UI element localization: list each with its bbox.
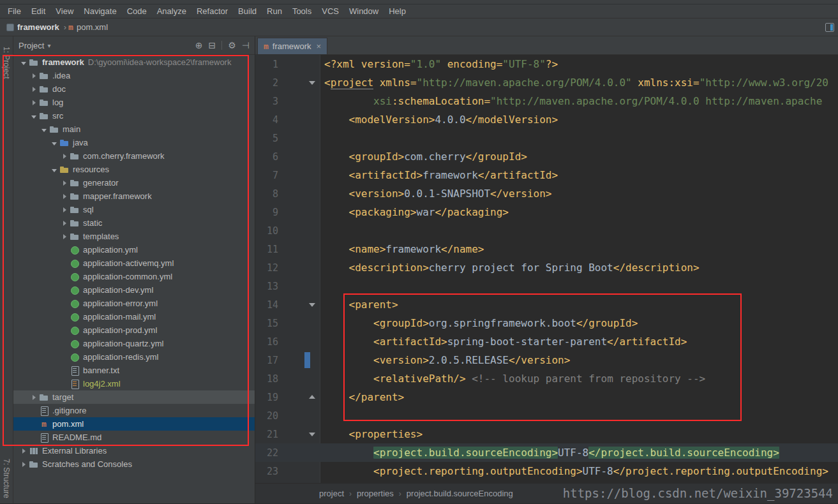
code-line-3[interactable]: 3 xsi:schemaLocation="http://maven.apach… xyxy=(255,92,838,110)
chevron-right-icon[interactable] xyxy=(29,98,39,108)
tree-item-idea[interactable]: .idea xyxy=(13,69,255,82)
chevron-right-icon[interactable] xyxy=(59,151,70,161)
code-line-22[interactable]: 22 <project.build.sourceEncoding>UTF-8</… xyxy=(255,443,838,462)
code-line-8[interactable]: 8 <version>0.0.1-SNAPSHOT</version> xyxy=(255,184,838,203)
menu-run[interactable]: Run xyxy=(262,5,287,17)
chevron-right-icon[interactable] xyxy=(19,446,29,456)
fold-collapse-icon[interactable] xyxy=(308,425,317,443)
settings-icon[interactable]: ⚙ xyxy=(228,40,236,50)
tree-item-static[interactable]: static xyxy=(13,216,255,230)
close-icon[interactable]: × xyxy=(317,41,322,51)
chevron-down-icon[interactable] xyxy=(19,57,29,68)
fold-collapse-icon[interactable] xyxy=(308,295,317,314)
tree-item-readme-md[interactable]: README.md xyxy=(13,431,255,444)
code-line-17[interactable]: 17 <version>2.0.5.RELEASE</version> xyxy=(255,351,838,369)
tree-item-application-yml[interactable]: application.yml xyxy=(13,243,255,256)
code-line-10[interactable]: 10 xyxy=(255,221,838,240)
project-panel-title[interactable]: Project xyxy=(19,41,44,50)
tree-item-gitignore[interactable]: .gitignore xyxy=(13,404,255,417)
chevron-right-icon[interactable] xyxy=(59,232,70,242)
code-line-12[interactable]: 12 <description>cherry project for Sprin… xyxy=(255,258,838,277)
menu-view[interactable]: View xyxy=(50,5,79,17)
tree-item-framework[interactable]: frameworkD:\gyoomi\idea-workspace2\frame… xyxy=(13,56,255,69)
tree-item-sql[interactable]: sql xyxy=(13,203,255,216)
chevron-right-icon[interactable] xyxy=(19,459,29,470)
menu-vcs[interactable]: VCS xyxy=(317,5,344,17)
code-line-2[interactable]: 2<project xmlns="http://maven.apache.org… xyxy=(255,73,838,92)
menu-analyze[interactable]: Analyze xyxy=(152,5,191,17)
breadcrumb-project-build-sourceencoding[interactable]: project.build.sourceEncoding xyxy=(407,489,513,498)
code-line-23[interactable]: 23 <project.reporting.outputEncoding>UTF… xyxy=(255,462,838,480)
tree-item-templates[interactable]: templates xyxy=(13,230,255,243)
tree-item-doc[interactable]: doc xyxy=(13,82,255,96)
code-line-18[interactable]: 18 <relativePath/> <!-- lookup parent fr… xyxy=(255,369,838,388)
chevron-right-icon[interactable] xyxy=(59,178,70,188)
tree-item-resources[interactable]: resources xyxy=(13,163,255,176)
tree-item-generator[interactable]: generator xyxy=(13,176,255,189)
tree-item-application-prod-yml[interactable]: application-prod.yml xyxy=(13,323,255,337)
code-line-15[interactable]: 15 <groupId>org.springframework.boot</gr… xyxy=(255,314,838,332)
tree-item-external-libraries[interactable]: External Libraries xyxy=(13,444,255,457)
tree-item-main[interactable]: main xyxy=(13,122,255,136)
hide-panel-icon[interactable]: ⊣ xyxy=(242,40,250,50)
menu-build[interactable]: Build xyxy=(233,5,262,17)
tree-item-log[interactable]: log xyxy=(13,96,255,109)
fold-end-icon[interactable] xyxy=(308,388,317,406)
code-line-9[interactable]: 9 <packaging>war</packaging> xyxy=(255,203,838,221)
menu-refactor[interactable]: Refactor xyxy=(191,5,233,17)
right-panel-icon[interactable] xyxy=(825,23,834,32)
menu-window[interactable]: Window xyxy=(344,5,384,17)
code-line-11[interactable]: 11 <name>framework</name> xyxy=(255,240,838,258)
code-line-14[interactable]: 14 <parent> xyxy=(255,295,838,314)
chevron-right-icon[interactable] xyxy=(59,205,70,215)
code-line-16[interactable]: 16 <artifactId>spring-boot-starter-paren… xyxy=(255,332,838,351)
collapse-all-icon[interactable]: ⊟ xyxy=(209,40,216,50)
editor-tab-framework[interactable]: m framework × xyxy=(257,38,327,54)
menu-code[interactable]: Code xyxy=(122,5,152,17)
tool-stripe-project-button[interactable]: 1: Project xyxy=(2,47,11,79)
chevron-down-icon[interactable] xyxy=(49,138,59,148)
tree-item-application-redis-yml[interactable]: application-redis.yml xyxy=(13,350,255,364)
code-line-5[interactable]: 5 xyxy=(255,129,838,147)
chevron-down-icon[interactable] xyxy=(49,165,59,175)
code-line-1[interactable]: 1<?xml version="1.0" encoding="UTF-8"?> xyxy=(255,55,838,73)
breadcrumb-file[interactable]: pom.xml xyxy=(77,22,108,32)
tree-item-src[interactable]: src xyxy=(13,109,255,122)
chevron-right-icon[interactable] xyxy=(29,84,39,94)
fold-collapse-icon[interactable] xyxy=(308,73,317,92)
code-line-19[interactable]: 19 </parent> xyxy=(255,388,838,406)
code-line-7[interactable]: 7 <artifactId>framework</artifactId> xyxy=(255,166,838,184)
chevron-right-icon[interactable] xyxy=(59,218,70,228)
tree-item-log4j2-xml[interactable]: log4j2.xml xyxy=(13,377,255,390)
tree-item-application-activemq-yml[interactable]: application-activemq.yml xyxy=(13,256,255,270)
chevron-down-icon[interactable] xyxy=(39,124,49,135)
tree-item-application-common-yml[interactable]: application-common.yml xyxy=(13,270,255,283)
tree-item-banner-txt[interactable]: banner.txt xyxy=(13,364,255,377)
tree-item-scratches-and-consoles[interactable]: Scratches and Consoles xyxy=(13,457,255,471)
menu-navigate[interactable]: Navigate xyxy=(79,5,121,17)
code-line-6[interactable]: 6 <groupId>com.cherry</groupId> xyxy=(255,147,838,166)
tree-item-application-dev-yml[interactable]: application-dev.yml xyxy=(13,283,255,297)
chevron-right-icon[interactable] xyxy=(29,392,39,403)
chevron-down-icon[interactable]: ▾ xyxy=(47,42,50,49)
tree-item-application-quartz-yml[interactable]: application-quartz.yml xyxy=(13,337,255,350)
tree-item-pom-xml[interactable]: mpom.xml xyxy=(13,417,255,431)
code-line-21[interactable]: 21 <properties> xyxy=(255,425,838,443)
tree-item-mapper-framework[interactable]: mapper.framework xyxy=(13,189,255,203)
menu-file[interactable]: File xyxy=(3,5,26,17)
code-line-4[interactable]: 4 <modelVersion>4.0.0</modelVersion> xyxy=(255,110,838,129)
tree-item-java[interactable]: java xyxy=(13,136,255,149)
code-editor[interactable]: 1<?xml version="1.0" encoding="UTF-8"?>2… xyxy=(255,55,838,483)
code-line-13[interactable]: 13 xyxy=(255,277,838,295)
chevron-down-icon[interactable] xyxy=(29,111,39,121)
tree-item-target[interactable]: target xyxy=(13,390,255,404)
breadcrumb-project[interactable]: project xyxy=(319,489,344,498)
breadcrumb-properties[interactable]: properties xyxy=(357,489,394,498)
chevron-right-icon[interactable] xyxy=(59,191,70,202)
tree-item-application-mail-yml[interactable]: application-mail.yml xyxy=(13,310,255,323)
menu-tools[interactable]: Tools xyxy=(287,5,317,17)
chevron-right-icon[interactable] xyxy=(29,71,39,81)
menu-edit[interactable]: Edit xyxy=(26,5,50,17)
locate-file-icon[interactable]: ⊕ xyxy=(195,40,203,50)
code-line-20[interactable]: 20 xyxy=(255,406,838,425)
